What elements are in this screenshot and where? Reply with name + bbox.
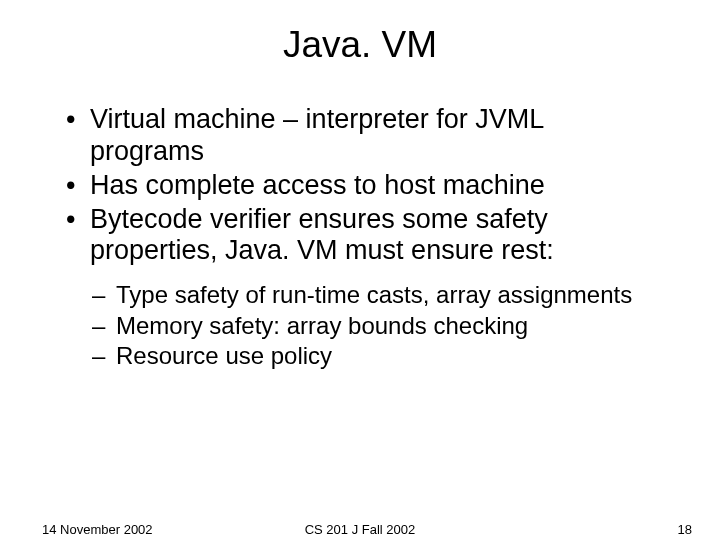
footer-course: CS 201 J Fall 2002 [0, 522, 720, 537]
sub-bullet-item: Memory safety: array bounds checking [90, 312, 660, 340]
bullet-item: Has complete access to host machine [60, 170, 660, 202]
slide: Java. VM Virtual machine – interpreter f… [0, 0, 720, 540]
footer-page: 18 [678, 522, 692, 537]
bullet-list: Virtual machine – interpreter for JVML p… [60, 104, 660, 267]
bullet-item: Virtual machine – interpreter for JVML p… [60, 104, 660, 168]
sub-bullet-item: Type safety of run-time casts, array ass… [90, 281, 660, 309]
sub-bullet-list: Type safety of run-time casts, array ass… [60, 281, 660, 370]
slide-title: Java. VM [0, 0, 720, 82]
bullet-item: Bytecode verifier ensures some safety pr… [60, 204, 660, 268]
slide-body: Virtual machine – interpreter for JVML p… [0, 82, 720, 370]
sub-bullet-item: Resource use policy [90, 342, 660, 370]
